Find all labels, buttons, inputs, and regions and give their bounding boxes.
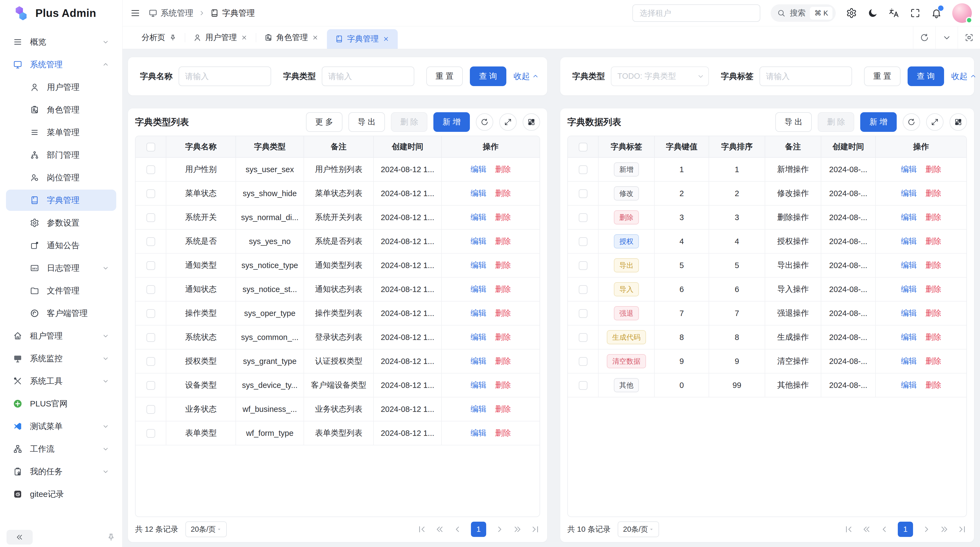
- select-all-checkbox[interactable]: [146, 143, 155, 152]
- tab-用户管理[interactable]: 用户管理: [185, 26, 256, 49]
- edit-link[interactable]: 编辑: [901, 381, 917, 389]
- sidebar-item-角色管理[interactable]: 角色管理: [6, 99, 116, 120]
- prev-page-button[interactable]: [453, 525, 462, 534]
- close-icon[interactable]: [382, 35, 390, 43]
- page-size-select[interactable]: 20条/页: [185, 521, 227, 537]
- delete-link[interactable]: 删除: [495, 165, 511, 174]
- row-checkbox[interactable]: [146, 309, 155, 318]
- hamburger-menu-icon[interactable]: [130, 8, 140, 18]
- search-button[interactable]: 查 询: [908, 67, 944, 86]
- edit-link[interactable]: 编辑: [901, 165, 917, 174]
- sidebar-item-系统管理[interactable]: 系统管理: [6, 54, 116, 75]
- filter-input[interactable]: [178, 67, 271, 86]
- sidebar-item-通知公告[interactable]: 通知公告: [6, 235, 116, 256]
- delete-link[interactable]: 删除: [926, 309, 941, 317]
- column-settings-button[interactable]: [523, 113, 540, 131]
- delete-link[interactable]: 删除: [495, 405, 511, 413]
- edit-link[interactable]: 编辑: [471, 333, 487, 341]
- search-button[interactable]: 查 询: [470, 67, 506, 86]
- close-icon[interactable]: [312, 34, 319, 41]
- row-checkbox[interactable]: [146, 261, 155, 270]
- row-checkbox[interactable]: [579, 237, 587, 246]
- select-all-checkbox[interactable]: [579, 143, 587, 152]
- current-page-button[interactable]: 1: [471, 521, 486, 537]
- breadcrumb-item[interactable]: 字典管理: [210, 8, 255, 19]
- current-page-button[interactable]: 1: [898, 521, 913, 537]
- edit-link[interactable]: 编辑: [901, 189, 917, 198]
- dark-mode-moon-icon[interactable]: [867, 8, 878, 19]
- tab-字典管理[interactable]: 字典管理: [327, 29, 398, 49]
- first-page-button[interactable]: [844, 525, 853, 534]
- fullscreen-table-button[interactable]: [926, 113, 943, 131]
- sidebar-item-测试菜单[interactable]: 测试菜单: [6, 416, 116, 437]
- tab-options-button[interactable]: [935, 26, 958, 49]
- row-checkbox[interactable]: [146, 285, 155, 294]
- toolbar-button-删除[interactable]: 删 除: [818, 112, 854, 132]
- sidebar-item-字典管理[interactable]: 字典管理: [6, 190, 116, 211]
- collapse-filter-link[interactable]: 收起: [514, 71, 539, 82]
- sidebar-item-概览[interactable]: 概览: [6, 31, 116, 53]
- sidebar-item-部门管理[interactable]: 部门管理: [6, 144, 116, 166]
- delete-link[interactable]: 删除: [926, 261, 941, 270]
- edit-link[interactable]: 编辑: [901, 261, 917, 270]
- edit-link[interactable]: 编辑: [901, 285, 917, 293]
- delete-link[interactable]: 删除: [926, 165, 941, 174]
- delete-link[interactable]: 删除: [926, 381, 941, 389]
- tenant-select-input[interactable]: [632, 4, 760, 22]
- edit-link[interactable]: 编辑: [901, 333, 917, 341]
- close-icon[interactable]: [241, 34, 248, 41]
- delete-link[interactable]: 删除: [495, 237, 511, 246]
- row-checkbox[interactable]: [146, 189, 155, 198]
- toolbar-button-新增[interactable]: 新 增: [860, 112, 897, 132]
- reset-button[interactable]: 重 置: [426, 67, 463, 86]
- row-checkbox[interactable]: [146, 405, 155, 414]
- edit-link[interactable]: 编辑: [471, 261, 487, 270]
- toolbar-button-导出[interactable]: 导 出: [775, 112, 812, 132]
- row-checkbox[interactable]: [579, 189, 587, 198]
- prev-page-button[interactable]: [880, 525, 889, 534]
- fullscreen-table-button[interactable]: [499, 113, 517, 131]
- row-checkbox[interactable]: [146, 381, 155, 390]
- filter-input[interactable]: [759, 67, 852, 86]
- row-checkbox[interactable]: [146, 213, 155, 222]
- edit-link[interactable]: 编辑: [471, 189, 487, 198]
- delete-link[interactable]: 删除: [926, 357, 941, 365]
- row-checkbox[interactable]: [579, 165, 587, 174]
- sidebar-item-租户管理[interactable]: 租户管理: [6, 325, 116, 346]
- next-page-button[interactable]: [922, 525, 931, 534]
- last-page-button[interactable]: [958, 525, 967, 534]
- toolbar-button-新增[interactable]: 新 增: [433, 112, 470, 132]
- row-checkbox[interactable]: [579, 285, 587, 294]
- sidebar-pin-button[interactable]: [107, 533, 116, 542]
- tab-角色管理[interactable]: 角色管理: [256, 26, 327, 49]
- sidebar-item-我的任务[interactable]: 我的任务: [6, 461, 116, 482]
- fast-prev-button[interactable]: [862, 525, 871, 534]
- sidebar-item-工作流[interactable]: 工作流: [6, 438, 116, 459]
- sidebar-item-用户管理[interactable]: 用户管理: [6, 77, 116, 98]
- refresh-table-button[interactable]: [476, 113, 493, 131]
- fast-next-button[interactable]: [940, 525, 949, 534]
- sidebar-item-参数设置[interactable]: 参数设置: [6, 212, 116, 233]
- user-avatar[interactable]: [952, 3, 972, 23]
- row-checkbox[interactable]: [579, 333, 587, 342]
- collapse-filter-link[interactable]: 收起: [951, 71, 977, 82]
- delete-link[interactable]: 删除: [495, 381, 511, 389]
- filter-select[interactable]: TODO: 字典类型: [611, 67, 709, 86]
- sidebar-item-客户端管理[interactable]: 客户端管理: [6, 303, 116, 324]
- sidebar-item-文件管理[interactable]: 文件管理: [6, 280, 116, 301]
- fast-next-button[interactable]: [513, 525, 522, 534]
- delete-link[interactable]: 删除: [926, 189, 941, 198]
- sidebar-item-岗位管理[interactable]: 岗位管理: [6, 167, 116, 188]
- edit-link[interactable]: 编辑: [471, 357, 487, 365]
- last-page-button[interactable]: [531, 525, 540, 534]
- delete-link[interactable]: 删除: [495, 285, 511, 293]
- filter-input[interactable]: [322, 67, 414, 86]
- reset-button[interactable]: 重 置: [864, 67, 900, 86]
- tab-分析页[interactable]: 分析页: [134, 26, 185, 49]
- edit-link[interactable]: 编辑: [471, 405, 487, 413]
- edit-link[interactable]: 编辑: [471, 285, 487, 293]
- edit-link[interactable]: 编辑: [471, 309, 487, 317]
- row-checkbox[interactable]: [579, 309, 587, 318]
- toolbar-button-导出[interactable]: 导 出: [348, 112, 385, 132]
- sidebar-item-gitee记录[interactable]: gitee记录: [6, 483, 116, 505]
